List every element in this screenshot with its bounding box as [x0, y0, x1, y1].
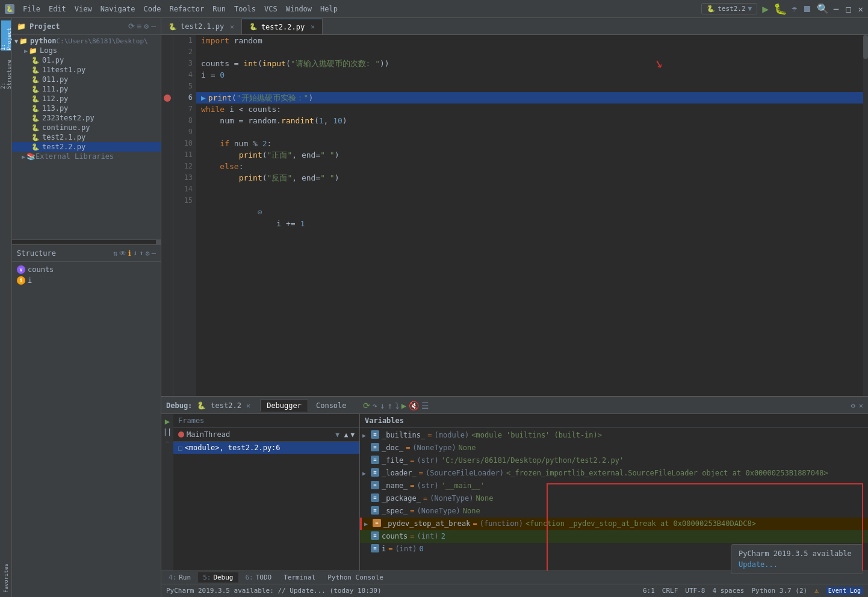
var-builtins[interactable]: ▶ ≡ _builtins_ = (module) <module 'built… [360, 429, 868, 442]
minimize-button[interactable]: ─ [834, 4, 839, 14]
debug-frames-icon[interactable]: ☰ [421, 401, 429, 410]
debug-mute-icon[interactable]: 🔇 [409, 401, 419, 410]
debug-tab-close[interactable]: ✕ [246, 401, 250, 410]
var-counts[interactable]: ≡ counts = (int) 2 [360, 530, 868, 543]
debug-tab-debugger[interactable]: Debugger [260, 400, 308, 412]
thread-selector[interactable]: MainThread ▼ ▲ ▼ [173, 428, 359, 442]
tree-01py[interactable]: 🐍 01.py [12, 55, 161, 65]
menu-code[interactable]: Code [140, 4, 165, 14]
debug-step-out-icon[interactable]: ↑ [387, 401, 392, 410]
tree-test22py[interactable]: 🐍 test2.2.py [12, 142, 161, 152]
var-name[interactable]: ≡ _name_ = (str) '__main__' [360, 480, 868, 492]
tree-test21py[interactable]: 🐍 test2.1.py [12, 132, 161, 142]
var-spec[interactable]: ≡ _spec_ = (NoneType) None [360, 505, 868, 518]
struct-counts[interactable]: v counts [14, 264, 158, 275]
var-package[interactable]: ≡ _package_ = (NoneType) None [360, 492, 868, 505]
menu-file[interactable]: File [19, 4, 44, 14]
menu-help[interactable]: Help [317, 4, 341, 14]
var-builtins-expand[interactable]: ▶ [362, 430, 371, 441]
structure-close-icon[interactable]: — [152, 249, 156, 258]
thread-up-icon[interactable]: ▲ [344, 431, 349, 439]
debug-tab-console[interactable]: Console [309, 400, 353, 412]
status-indent[interactable]: 4 spaces [712, 587, 744, 595]
status-encoding[interactable]: UTF-8 [685, 587, 705, 595]
close-panel-icon[interactable]: — [151, 22, 156, 31]
notif-update-link[interactable]: Update... [739, 560, 778, 569]
sort-alpha-icon[interactable]: ⇅ [113, 249, 117, 258]
structure-sidebar-button[interactable]: 2: Structure [1, 53, 11, 89]
bottom-tab-run[interactable]: 4: Run [164, 572, 196, 583]
status-python-version[interactable]: Python 3.7 (2) [751, 587, 807, 595]
gutter-line-6[interactable] [161, 92, 173, 104]
var-doc[interactable]: ≡ _doc_ = (NoneType) None [360, 442, 868, 454]
debug-step-line[interactable]: — [166, 438, 169, 445]
sort-info-icon[interactable]: ℹ [128, 249, 131, 258]
tree-11test1py[interactable]: 🐍 11test1.py [12, 65, 161, 75]
tree-external-libs[interactable]: ▶ 📚 External Libraries [12, 152, 161, 161]
debug-step-over-icon[interactable]: ↷ [373, 401, 377, 410]
favorites-sidebar-button[interactable]: Favorites [1, 561, 11, 595]
tab-test21py[interactable]: 🐍 test2.1.py ✕ [161, 19, 242, 34]
thread-down-icon[interactable]: ▼ [350, 431, 355, 439]
debug-run-cursor-icon[interactable]: ⤵ [395, 401, 399, 410]
var-loader[interactable]: ▶ ≡ _loader_ = (SourceFileLoader) <_froz… [360, 467, 868, 480]
debug-resume-icon[interactable]: ▶ [401, 401, 406, 410]
var-file[interactable]: ≡ _file_ = (str) 'C:/Users/86181/Desktop… [360, 454, 868, 467]
tree-111py[interactable]: 🐍 111.py [12, 84, 161, 94]
debug-step-into-icon[interactable]: ↓ [380, 401, 385, 410]
tree-root[interactable]: ▼ 📁 python C:\Users\86181\Desktop\ [12, 36, 161, 46]
menu-bar[interactable]: File Edit View Navigate Code Refactor Ru… [19, 4, 341, 14]
status-line-ending[interactable]: CRLF [662, 587, 678, 595]
debug-settings-gear[interactable]: ⚙ [851, 401, 855, 410]
code-lines[interactable]: import random counts = int(input("请输入抛硬币… [196, 35, 868, 396]
debug-button[interactable]: 🐛 [773, 2, 787, 15]
debug-restart-icon[interactable]: ⟳ [363, 401, 370, 410]
debug-resume-side[interactable]: ▶ [165, 416, 170, 426]
menu-vcs[interactable]: VCS [261, 4, 281, 14]
search-button[interactable]: 🔍 [817, 3, 829, 14]
var-loader-expand[interactable]: ▶ [362, 468, 371, 478]
expand-all-icon[interactable]: ⬇ [133, 249, 137, 258]
sort-visibility-icon[interactable]: 👁 [119, 249, 126, 258]
frame-module[interactable]: □ <module>, test2.2.py:6 [173, 442, 359, 454]
tree-logs[interactable]: ▶ 📁 Logs [12, 46, 161, 55]
sync-icon[interactable]: ⟳ [128, 22, 135, 31]
tree-113py[interactable]: 🐍 113.py [12, 104, 161, 113]
menu-tools[interactable]: Tools [231, 4, 259, 14]
bottom-tab-terminal[interactable]: Terminal [279, 572, 320, 583]
menu-refactor[interactable]: Refactor [166, 4, 208, 14]
bottom-tab-todo[interactable]: 6: TODO [241, 572, 277, 583]
collapse-icon[interactable]: ≡ [137, 22, 142, 31]
menu-window[interactable]: Window [282, 4, 315, 14]
var-pydev-stop[interactable]: ▶ ≡ _pydev_stop_at_break = (function) <f… [360, 518, 868, 530]
tab-test21py-close[interactable]: ✕ [230, 23, 234, 31]
gear-icon[interactable]: ⚙ [144, 22, 149, 31]
tree-2323test2py[interactable]: 🐍 2323test2.py [12, 113, 161, 123]
tree-011py[interactable]: 🐍 011.py [12, 75, 161, 84]
menu-navigate[interactable]: Navigate [97, 4, 139, 14]
status-position[interactable]: 6:1 [643, 587, 655, 595]
bottom-tab-debug[interactable]: 5: Debug [198, 572, 238, 583]
event-log-badge[interactable]: Event Log [826, 587, 863, 595]
tab-test22py-close[interactable]: ✕ [311, 23, 315, 31]
run-config[interactable]: 🐍 test2.2 ▼ [701, 3, 757, 14]
bottom-tab-python-console[interactable]: Python Console [323, 572, 388, 583]
menu-edit[interactable]: Edit [45, 4, 70, 14]
struct-i[interactable]: i i [14, 275, 158, 286]
scrollbar-thumb[interactable] [863, 35, 868, 59]
project-sidebar-button[interactable]: 1: Project [1, 20, 11, 51]
debug-step-side[interactable]: || [163, 428, 172, 436]
thread-dropdown-icon[interactable]: ▼ [335, 431, 339, 439]
tree-112py[interactable]: 🐍 112.py [12, 94, 161, 104]
structure-gear-icon[interactable]: ⚙ [146, 249, 150, 258]
coverage-button[interactable]: ☂ [792, 3, 798, 14]
vertical-scrollbar[interactable] [863, 35, 868, 396]
stop-button[interactable]: ⏹ [802, 3, 812, 14]
menu-run[interactable]: Run [209, 4, 229, 14]
tab-test22py[interactable]: 🐍 test2.2.py ✕ [242, 19, 323, 34]
close-button[interactable]: ✕ [858, 4, 863, 14]
var-pydev-stop-expand[interactable]: ▶ [364, 519, 373, 529]
tree-continuepy[interactable]: 🐍 continue.py [12, 123, 161, 132]
menu-view[interactable]: View [71, 4, 96, 14]
run-button[interactable]: ▶ [762, 2, 769, 15]
